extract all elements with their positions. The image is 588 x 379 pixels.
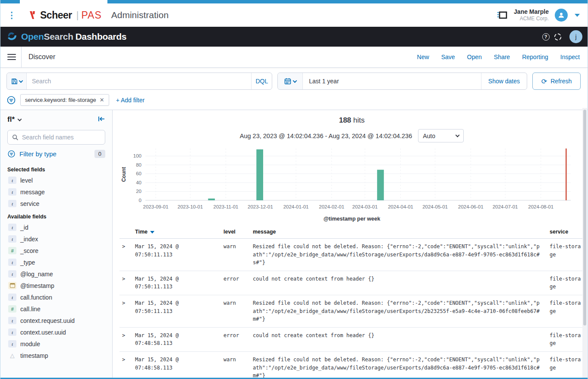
expand-row-icon[interactable]: > xyxy=(122,276,125,282)
field-item-@timestamp[interactable]: @timestamp xyxy=(7,280,105,291)
svg-text:2024-01-01: 2024-01-01 xyxy=(283,204,309,209)
svg-text:2024-05-01: 2024-05-01 xyxy=(422,204,448,209)
vertical-scrollbar[interactable] xyxy=(582,108,587,378)
field-item-call.function[interactable]: tcall.function xyxy=(7,291,105,303)
app-menu-kebab-icon[interactable]: ⋮ xyxy=(6,10,17,20)
expand-row-icon[interactable]: > xyxy=(122,243,125,250)
query-language-button[interactable]: DQL xyxy=(251,73,272,89)
field-type-text-icon: t xyxy=(8,317,16,324)
field-name: module xyxy=(20,341,40,347)
field-name: _index xyxy=(20,236,38,243)
show-dates-button[interactable]: Show dates xyxy=(481,73,527,89)
help-icon[interactable]: ? xyxy=(542,33,550,41)
cell-service: file-storage xyxy=(547,327,584,351)
log-panel-icon[interactable] xyxy=(497,10,508,20)
breadcrumb: Discover xyxy=(28,53,55,61)
level-column-header[interactable]: level xyxy=(221,226,250,239)
filter-by-type-button[interactable]: Filter by type xyxy=(19,150,57,158)
cell-service: file-storage xyxy=(547,271,584,295)
hamburger-menu-icon[interactable] xyxy=(7,54,16,60)
field-name: message xyxy=(20,189,45,196)
nav-action-share[interactable]: Share xyxy=(494,54,510,60)
field-type-text-icon: t xyxy=(8,200,16,207)
refresh-button[interactable]: ⟳ Refresh xyxy=(532,73,581,90)
field-item-context.request.uuid[interactable]: tcontext.request.uuid xyxy=(7,315,105,326)
nav-action-inspect[interactable]: Inspect xyxy=(560,54,580,60)
time-range-value[interactable]: Last 1 year xyxy=(303,78,481,85)
table-row: >Mar 15, 2024 @ 07:50:11.113warnResized … xyxy=(119,295,584,327)
message-column-header[interactable]: message xyxy=(250,226,547,239)
cell-level: warn xyxy=(221,239,250,271)
cell-service: file-storage xyxy=(547,239,584,271)
calendar-icon xyxy=(284,78,291,85)
collapse-sidebar-icon[interactable] xyxy=(98,116,105,124)
scrollbar-thumb[interactable] xyxy=(583,110,586,325)
service-column-header[interactable]: service xyxy=(547,226,584,239)
histogram-chart[interactable]: 020406080100Count2023-09-012023-10-01202… xyxy=(119,145,584,212)
cell-level: warn xyxy=(221,295,250,327)
field-type-text-icon: t xyxy=(8,259,16,266)
field-type-text-icon: t xyxy=(8,235,16,243)
nav-action-reporting[interactable]: Reporting xyxy=(522,54,548,60)
field-item-module[interactable]: tmodule xyxy=(7,338,105,350)
field-name: @log_name xyxy=(20,271,53,278)
table-row: >Mar 15, 2024 @ 07:48:58.113warnResized … xyxy=(119,351,584,378)
feedback-icon[interactable] xyxy=(554,33,562,41)
field-type-number-icon: # xyxy=(8,247,16,254)
cell-level: warn xyxy=(221,351,250,378)
filter-pill-label: service.keyword: file-storage xyxy=(25,97,96,103)
time-column-header[interactable]: Time xyxy=(132,226,221,239)
histogram-bar[interactable] xyxy=(256,149,263,200)
svg-text:Count: Count xyxy=(121,167,127,182)
nav-actions: NewSaveOpenShareReportingInspect xyxy=(417,54,580,60)
field-item-_score[interactable]: #_score xyxy=(7,245,105,256)
expand-row-icon[interactable]: > xyxy=(122,357,125,363)
cell-time: Mar 15, 2024 @ 07:50:11.113 xyxy=(132,271,221,295)
index-pattern-select[interactable]: fl* xyxy=(7,115,15,124)
field-item-timestamp[interactable]: △timestamp xyxy=(7,350,105,361)
field-name: context.request.uuid xyxy=(20,317,75,324)
saved-query-button[interactable] xyxy=(7,73,27,89)
field-item-_type[interactable]: t_type xyxy=(7,256,105,268)
filter-pill[interactable]: service.keyword: file-storage ✕ xyxy=(20,94,109,106)
expand-row-icon[interactable]: > xyxy=(122,332,125,338)
field-item-_id[interactable]: t_id xyxy=(7,221,105,233)
osd-user-avatar[interactable]: j xyxy=(569,30,582,43)
field-item-message[interactable]: tmessage xyxy=(7,186,105,198)
save-icon xyxy=(11,78,18,85)
refresh-label: Refresh xyxy=(550,78,572,85)
field-item-service[interactable]: tservice xyxy=(7,198,105,209)
field-item-@log_name[interactable]: t@log_name xyxy=(7,268,105,280)
nav-action-save[interactable]: Save xyxy=(441,54,455,60)
field-name: @timestamp xyxy=(20,282,54,289)
expand-row-icon[interactable]: > xyxy=(122,300,125,306)
histogram-bar[interactable] xyxy=(377,170,384,200)
nav-action-new[interactable]: New xyxy=(417,54,429,60)
interval-select[interactable]: Auto xyxy=(418,129,464,142)
cell-time: Mar 15, 2024 @ 07:50:11.113 xyxy=(132,239,221,271)
date-picker-calendar-button[interactable] xyxy=(278,73,303,89)
field-item-call.line[interactable]: #call.line xyxy=(7,303,105,315)
opensearch-logo-icon xyxy=(6,31,18,42)
field-item-_index[interactable]: t_index xyxy=(7,233,105,245)
histogram-bar[interactable] xyxy=(208,199,215,200)
chevron-down-icon[interactable] xyxy=(18,117,22,121)
field-item-level[interactable]: tlevel xyxy=(7,174,105,186)
filter-icon[interactable] xyxy=(6,95,16,105)
cell-message: Resized file could not be deleted. Reaso… xyxy=(250,239,547,271)
field-type-unknown-icon: △ xyxy=(8,352,16,359)
user-info: Jane Marple ACME Corp. xyxy=(514,8,549,22)
field-type-text-icon: t xyxy=(8,294,16,301)
add-filter-button[interactable]: + Add filter xyxy=(116,97,145,104)
user-avatar-icon[interactable] xyxy=(555,9,568,22)
user-menu-caret-icon[interactable] xyxy=(575,14,580,17)
field-search-input[interactable] xyxy=(22,134,101,141)
search-input[interactable] xyxy=(27,73,251,89)
sort-desc-icon[interactable] xyxy=(150,231,154,234)
hits-label: hits xyxy=(353,116,365,124)
field-item-context.user.uuid[interactable]: tcontext.user.uuid xyxy=(7,326,105,338)
nav-action-open[interactable]: Open xyxy=(467,54,482,60)
filter-remove-icon[interactable]: ✕ xyxy=(100,97,104,103)
search-icon xyxy=(12,134,19,141)
svg-text:2024-07-01: 2024-07-01 xyxy=(493,204,518,209)
